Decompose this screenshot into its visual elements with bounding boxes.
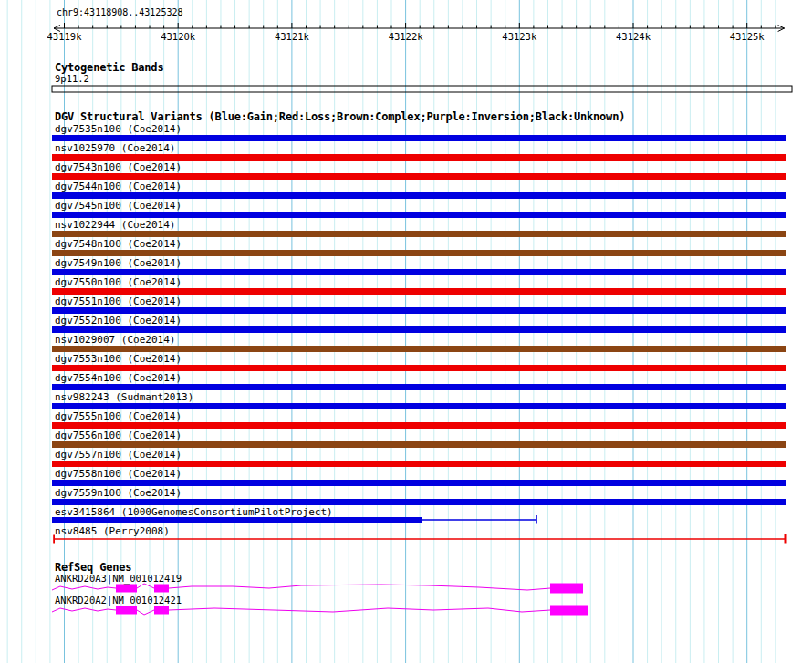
variant-bar[interactable]: [52, 212, 786, 218]
gene-intron-line: [169, 585, 550, 590]
variant-bar[interactable]: [52, 135, 786, 141]
gene-intron-line: [137, 610, 154, 615]
gene-exon-box[interactable]: [550, 606, 588, 616]
variant-bar[interactable]: [52, 499, 786, 505]
axis-tick-label: 43122k: [389, 32, 423, 42]
variant-label[interactable]: dgv7552n100 (Coe2014): [55, 316, 182, 326]
gene-exon-box[interactable]: [550, 584, 583, 594]
region-position-label: chr9:43118908..43125328: [57, 8, 182, 17]
variant-range-end-tick: [536, 515, 537, 524]
variant-bar[interactable]: [52, 192, 786, 199]
axis-tick-label: 43125k: [730, 32, 765, 42]
variant-label[interactable]: esv3415864 (1000GenomesConsortiumPilotPr…: [55, 507, 333, 517]
variant-label[interactable]: dgv7544n100 (Coe2014): [55, 181, 182, 192]
variant-bar[interactable]: [52, 441, 786, 448]
variant-label[interactable]: dgv7551n100 (Coe2014): [55, 296, 182, 306]
variant-label[interactable]: dgv7543n100 (Coe2014): [55, 162, 182, 172]
variant-label[interactable]: dgv7555n100 (Coe2014): [55, 411, 182, 421]
genome-browser-panel: chr9:43118908..43125328 Cytogenetic Band…: [0, 0, 812, 663]
variant-bar[interactable]: [52, 154, 786, 161]
variant-label[interactable]: dgv7554n100 (Coe2014): [55, 373, 182, 383]
gene-label[interactable]: ANKRD20A3|NM_001012419: [55, 574, 182, 584]
variant-label[interactable]: dgv7545n100 (Coe2014): [55, 201, 182, 211]
variant-label[interactable]: dgv7559n100 (Coe2014): [55, 488, 182, 498]
variant-label[interactable]: nsv1025970 (Coe2014): [55, 143, 175, 153]
axis-tick-label: 43119k: [47, 32, 82, 42]
gene-exon-box[interactable]: [116, 585, 137, 593]
gene-intron-line: [52, 586, 116, 590]
variant-range-end-tick: [785, 534, 787, 544]
section-title-dgv-variants: DGV Structural Variants (Blue:Gain;Red:L…: [55, 111, 625, 122]
variant-label[interactable]: dgv7557n100 (Coe2014): [55, 450, 182, 460]
variant-label[interactable]: dgv7535n100 (Coe2014): [55, 124, 182, 134]
variant-label[interactable]: dgv7550n100 (Coe2014): [55, 277, 182, 287]
variant-label[interactable]: dgv7556n100 (Coe2014): [55, 430, 182, 440]
section-title-refseq-genes: RefSeq Genes: [55, 562, 131, 573]
axis-tick-label: 43121k: [275, 32, 309, 42]
variant-bar[interactable]: [52, 365, 786, 371]
variant-label[interactable]: dgv7548n100 (Coe2014): [55, 239, 182, 249]
variant-bar[interactable]: [52, 422, 786, 429]
variant-bar[interactable]: [52, 173, 786, 180]
variant-bar[interactable]: [52, 461, 786, 467]
gene-exon-box[interactable]: [116, 606, 137, 615]
variant-bar[interactable]: [52, 250, 786, 256]
axis-tick-label: 43123k: [502, 32, 536, 42]
variant-bar[interactable]: [52, 231, 786, 237]
cytoband-label[interactable]: 9p11.2: [55, 74, 89, 84]
gene-intron-line: [137, 584, 154, 588]
variant-bar[interactable]: [52, 384, 786, 390]
variant-label[interactable]: dgv7553n100 (Coe2014): [55, 354, 182, 364]
gene-intron-line: [169, 608, 550, 612]
variant-bar[interactable]: [52, 346, 786, 352]
variant-bar[interactable]: [52, 480, 786, 486]
variant-label[interactable]: dgv7558n100 (Coe2014): [55, 469, 182, 479]
variant-label[interactable]: dgv7549n100 (Coe2014): [55, 258, 182, 268]
axis-tick-label: 43124k: [616, 32, 651, 42]
axis-tick-label: 43120k: [161, 32, 195, 42]
gene-exon-box[interactable]: [154, 585, 169, 593]
variant-bar[interactable]: [52, 269, 786, 275]
gene-label[interactable]: ANKRD20A2|NM_001012421: [55, 596, 182, 606]
variant-bar[interactable]: [52, 307, 786, 314]
variant-bar[interactable]: [52, 288, 786, 295]
variant-label[interactable]: nsv1029007 (Coe2014): [55, 335, 175, 345]
variant-label[interactable]: nsv1022944 (Coe2014): [55, 220, 175, 230]
cytoband-box[interactable]: [52, 86, 792, 92]
variant-label[interactable]: nsv8485 (Perry2008): [55, 526, 170, 536]
variant-bar[interactable]: [52, 326, 786, 333]
variant-label[interactable]: nsv982243 (Sudmant2013): [55, 392, 193, 402]
gene-exon-box[interactable]: [154, 606, 169, 615]
gene-intron-line: [52, 608, 116, 612]
section-title-cytogenetic-bands: Cytogenetic Bands: [55, 62, 163, 73]
variant-bar[interactable]: [52, 403, 786, 409]
